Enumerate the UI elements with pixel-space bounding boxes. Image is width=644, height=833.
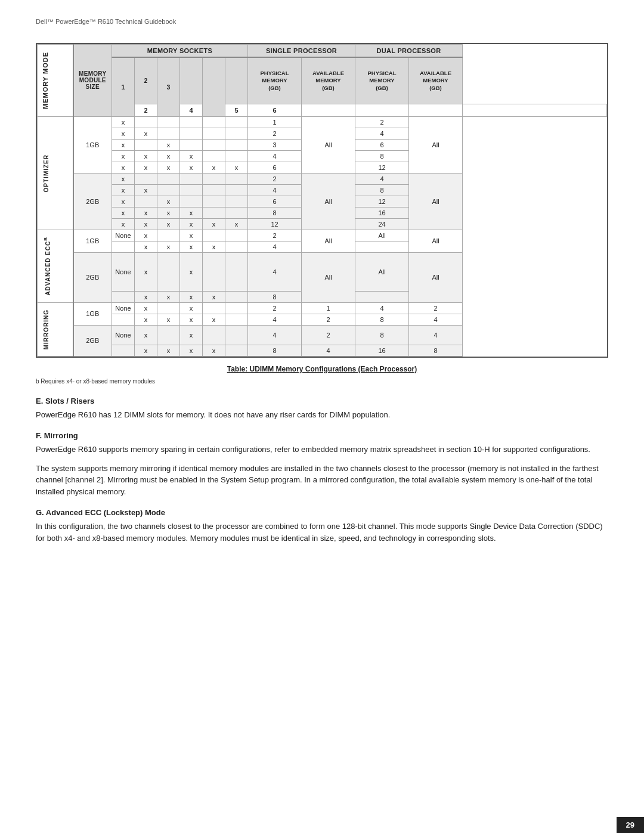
section-g-title: G. Advanced ECC (Lockstep) Mode (36, 508, 608, 517)
socket-cell: x (180, 230, 203, 241)
size-cell: 1GB (73, 302, 112, 325)
socket-cell: x (157, 241, 180, 252)
col-socket6 (225, 57, 248, 104)
socket-cell (157, 230, 180, 241)
socket-cell: x (203, 241, 225, 252)
col-memory-mode: MEMORY MODE (39, 47, 51, 114)
socket-cell (135, 173, 157, 184)
socket-cell: x (180, 302, 203, 314)
socket-cell (180, 116, 203, 128)
col-socket4 (180, 57, 203, 104)
socket-cell (112, 291, 135, 302)
phys-dual: 12 (355, 162, 409, 173)
socket-cell (135, 139, 157, 150)
socket-cell: x (203, 162, 225, 173)
col-socket5: 5 (225, 104, 248, 116)
col-phys-d2 (409, 104, 463, 116)
socket-cell: x (135, 314, 157, 325)
mode-cell: OPTIMIZER (38, 116, 73, 230)
socket-cell (203, 230, 225, 241)
phys-dual: 2 (355, 116, 409, 128)
col-socket1: 1 (112, 57, 135, 116)
socket-cell: x (112, 173, 135, 184)
avail-single: 2 (302, 314, 355, 325)
phys-dual: 16 (355, 207, 409, 218)
section-f-title: F. Mirroring (36, 431, 608, 440)
socket-cell (225, 302, 248, 314)
col-memory-module-size: MEMORY MODULE SIZE (73, 45, 112, 117)
section-e-body: PowerEdge R610 has 12 DIMM slots for mem… (36, 409, 608, 421)
socket-cell: x (180, 207, 203, 218)
col-avail-mem-dual: AVAILABLEMEMORY(GB) (409, 57, 463, 104)
socket-cell: x (112, 184, 135, 196)
avail-dual: All (409, 173, 463, 230)
socket-cell: x (180, 325, 203, 345)
size-cell: 1GB (73, 230, 112, 252)
socket-cell: x (180, 345, 203, 356)
socket-cell (203, 150, 225, 162)
socket-cell (157, 173, 180, 184)
socket-cell: x (112, 150, 135, 162)
phys-single: 2 (248, 173, 302, 184)
col-socket2: 2 (135, 57, 157, 104)
phys-single: 8 (248, 345, 302, 356)
section-e-title: E. Slots / Risers (36, 397, 608, 405)
table-footnote: b Requires x4- or x8-based memory module… (36, 378, 608, 385)
socket-cell (112, 314, 135, 325)
col-socket4: 4 (180, 104, 203, 116)
socket-cell (157, 116, 180, 128)
socket-cell: x (135, 184, 157, 196)
socket-cell (203, 207, 225, 218)
phys-dual: 8 (355, 150, 409, 162)
socket-cell: x (157, 218, 180, 230)
socket-cell (225, 252, 248, 291)
socket-cell: x (112, 128, 135, 139)
phys-dual: 8 (355, 325, 409, 345)
socket-cell: x (203, 218, 225, 230)
socket-cell (225, 173, 248, 184)
phys-single: 4 (248, 150, 302, 162)
socket-cell (157, 184, 180, 196)
socket-cell: x (180, 150, 203, 162)
socket-cell: x (180, 241, 203, 252)
socket-cell (225, 184, 248, 196)
phys-single: 8 (248, 207, 302, 218)
phys-single: 1 (248, 116, 302, 128)
socket-cell: x (112, 196, 135, 207)
avail-single: 2 (302, 325, 355, 345)
section-f-body1: PowerEdge R610 supports memory sparing i… (36, 444, 608, 456)
socket-cell (157, 302, 180, 314)
phys-dual: 6 (355, 139, 409, 150)
col-socket2b: 2 (135, 104, 157, 116)
socket-cell (203, 252, 225, 291)
socket-cell: x (135, 150, 157, 162)
socket-cell: x (203, 314, 225, 325)
mode-cell: MIRRORING (38, 302, 73, 356)
socket-cell: x (180, 291, 203, 302)
socket-cell (203, 128, 225, 139)
socket-cell: x (157, 162, 180, 173)
phys-single: 4 (248, 252, 302, 291)
avail-dual: 8 (409, 345, 463, 356)
socket-cell: x (135, 207, 157, 218)
socket-cell: None (112, 325, 135, 345)
socket-cell (225, 207, 248, 218)
avail-single: 4 (302, 345, 355, 356)
phys-dual: 12 (355, 196, 409, 207)
avail-dual: All (409, 230, 463, 252)
socket-cell (225, 345, 248, 356)
socket-cell (135, 116, 157, 128)
socket-cell (157, 325, 180, 345)
phys-single: 2 (248, 302, 302, 314)
socket-cell (180, 128, 203, 139)
socket-cell (203, 325, 225, 345)
table-caption: Table: UDIMM Memory Configurations (Each… (36, 365, 608, 373)
socket-cell (180, 139, 203, 150)
socket-cell (225, 291, 248, 302)
socket-cell: None (112, 230, 135, 241)
socket-cell: x (157, 314, 180, 325)
phys-single: 4 (248, 184, 302, 196)
section-g-body: In this configuration, the two channels … (36, 521, 608, 544)
socket-cell (225, 314, 248, 325)
socket-cell: x (180, 218, 203, 230)
